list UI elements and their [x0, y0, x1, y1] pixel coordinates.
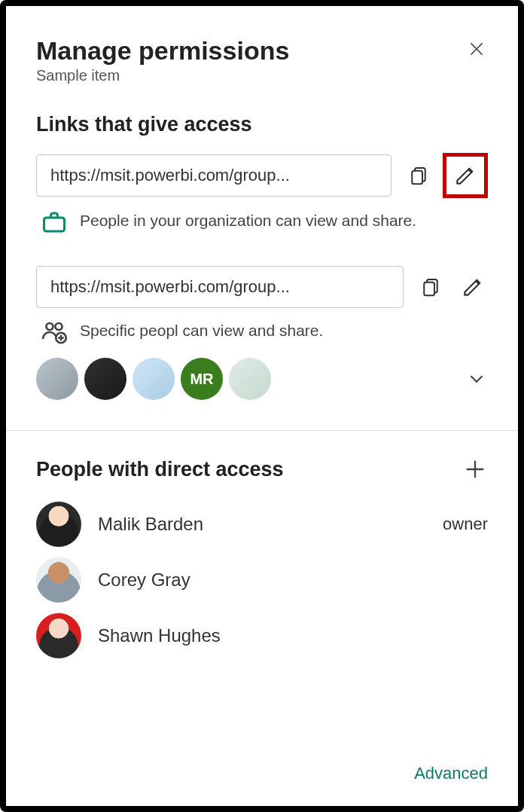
copy-icon	[419, 276, 442, 298]
avatar-2[interactable]	[84, 358, 126, 400]
link-description-1: Specific peopl can view and share.	[80, 319, 323, 341]
briefcase-icon	[41, 209, 68, 236]
links-section-heading: Links that give access	[36, 113, 488, 136]
edit-link-button-1[interactable]	[458, 272, 488, 302]
avatar-3[interactable]	[133, 358, 175, 400]
svg-point-5	[47, 323, 53, 330]
person-avatar-2	[36, 613, 81, 658]
dialog-subtitle: Sample item	[36, 67, 289, 84]
access-link-block-1: https://msit.powerbi.com/group... Specif…	[36, 266, 488, 400]
edit-link-button-0[interactable]	[453, 163, 477, 188]
advanced-link[interactable]: Advanced	[414, 764, 488, 783]
title-block: Manage permissions Sample item	[36, 36, 289, 84]
svg-rect-4	[424, 282, 434, 296]
section-divider	[6, 430, 518, 431]
person-row-0[interactable]: Malik Barden owner	[36, 502, 488, 547]
avatar-1[interactable]	[36, 358, 78, 400]
link-url-0[interactable]: https://msit.powerbi.com/group...	[36, 154, 391, 197]
link-description-row-0: People in your organization can view and…	[36, 209, 488, 236]
avatar-5[interactable]	[229, 358, 271, 400]
add-person-button[interactable]	[462, 456, 488, 482]
people-add-icon	[41, 319, 68, 346]
close-button[interactable]	[467, 39, 488, 60]
pencil-icon	[461, 275, 485, 299]
access-link-row-0: https://msit.powerbi.com/group...	[36, 153, 488, 198]
copy-icon	[407, 164, 430, 187]
person-row-1[interactable]: Corey Gray	[36, 557, 488, 603]
svg-rect-2	[44, 218, 65, 231]
shared-with-avatars-row: MR	[36, 358, 488, 400]
dialog-footer: Advanced	[36, 764, 488, 783]
dialog-header: Manage permissions Sample item	[36, 36, 488, 84]
svg-rect-1	[412, 171, 422, 185]
access-link-block-0: https://msit.powerbi.com/group... People…	[36, 153, 488, 236]
person-name-0: Malik Barden	[98, 514, 426, 535]
edit-link-highlight	[443, 153, 488, 198]
person-role-0: owner	[443, 514, 488, 534]
expand-avatars-button[interactable]	[465, 368, 488, 390]
close-icon	[467, 39, 486, 59]
link-url-1[interactable]: https://msit.powerbi.com/group...	[36, 266, 404, 308]
avatar-4-initials[interactable]: MR	[181, 358, 223, 400]
link-description-row-1: Specific peopl can view and share.	[36, 319, 488, 346]
svg-point-6	[56, 323, 62, 330]
direct-access-list: Malik Barden owner Corey Gray Shawn Hugh…	[36, 502, 488, 658]
direct-access-heading: People with direct access	[36, 458, 284, 481]
dialog-title: Manage permissions	[36, 36, 289, 66]
copy-link-button-1[interactable]	[416, 272, 446, 302]
person-row-2[interactable]: Shawn Hughes	[36, 613, 488, 658]
link-description-0: People in your organization can view and…	[80, 209, 416, 231]
person-avatar-0	[36, 502, 81, 547]
pencil-icon	[453, 163, 477, 188]
copy-link-button-0[interactable]	[404, 160, 434, 191]
person-avatar-1	[36, 557, 81, 603]
direct-access-header: People with direct access	[36, 456, 488, 482]
access-link-row-1: https://msit.powerbi.com/group...	[36, 266, 488, 308]
person-name-1: Corey Gray	[98, 569, 471, 591]
person-name-2: Shawn Hughes	[98, 625, 471, 646]
shared-with-avatars: MR	[36, 358, 271, 400]
